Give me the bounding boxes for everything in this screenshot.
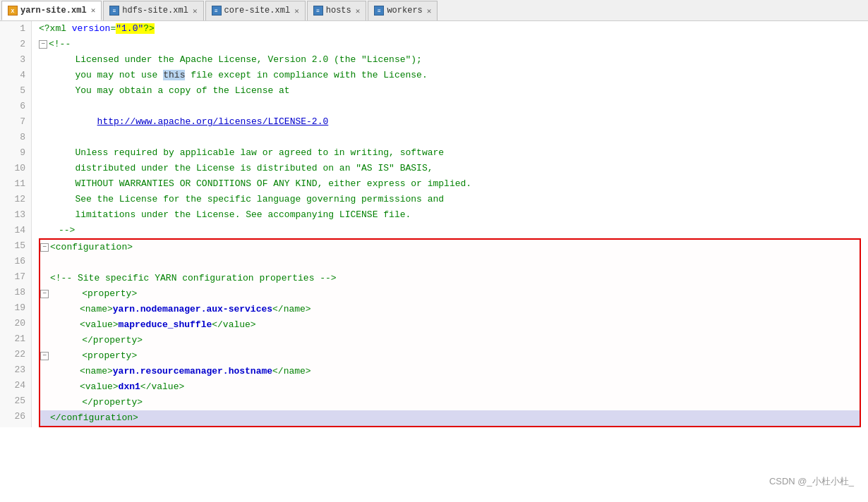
line-num-5: 5 <box>6 83 25 99</box>
line-num-23: 23 <box>6 362 25 378</box>
license-url[interactable]: http://www.apache.org/licenses/LICENSE-2… <box>97 114 329 130</box>
line-num-26: 26 <box>6 409 25 424</box>
property-close-2: </property> <box>60 395 143 410</box>
code-line-14: --> <box>39 223 861 238</box>
license-line-5: You may obtain a copy of the License at <box>59 83 290 99</box>
comment-open: <!-- <box>49 37 71 52</box>
code-line-1: <?xml version="1.0"?> <box>39 21 861 37</box>
name-value-2: yarn.resourcemanager.hostname <box>113 364 272 379</box>
line-num-6: 6 <box>6 99 25 114</box>
code-line-12: See the License for the specific languag… <box>39 192 861 207</box>
watermark: CSDN @_小杜小杜_ <box>769 475 854 488</box>
code-line-26: </configuration> <box>40 410 860 426</box>
tab-hdfs-site[interactable]: ≡ hdfs-site.xml ✕ <box>103 1 203 20</box>
license-line-11: WITHOUT WARRANTIES OR CONDITIONS OF ANY … <box>59 176 471 192</box>
property-open-2: <property> <box>60 348 137 364</box>
value-tag-close-1: </value> <box>212 317 255 333</box>
code-line-15: −<configuration> <box>40 240 860 255</box>
tab-hosts[interactable]: ≡ hosts ✕ <box>307 1 367 20</box>
tab-core-site[interactable]: ≡ core-site.xml ✕ <box>205 1 306 20</box>
line-num-1: 1 <box>6 21 25 37</box>
xml-decl-open: <?xml <box>39 21 72 37</box>
tab-label-hosts: hosts <box>326 6 351 16</box>
code-line-5: You may obtain a copy of the License at <box>39 83 861 99</box>
code-line-23: <name>yarn.resourcemanager.hostname</nam… <box>40 364 860 379</box>
line-num-21: 21 <box>6 331 25 347</box>
line-num-16: 16 <box>6 254 25 269</box>
tab-label-workers: workers <box>387 6 422 16</box>
collapse-22[interactable]: − <box>40 352 49 360</box>
config-close: </configuration> <box>50 410 138 426</box>
line-num-20: 20 <box>6 316 25 331</box>
code-line-2: −<!-- <box>39 37 861 52</box>
code-line-22: − <property> <box>40 348 860 364</box>
license-line-10: distributed under the License is distrib… <box>59 161 433 176</box>
core-site-icon: ≡ <box>212 6 222 16</box>
code-line-3: Licensed under the Apache License, Versi… <box>39 52 861 68</box>
code-line-11: WITHOUT WARRANTIES OR CONDITIONS OF ANY … <box>39 176 861 192</box>
line-num-14: 14 <box>6 223 25 238</box>
tab-label-hdfs-site: hdfs-site.xml <box>122 6 188 16</box>
tab-close-workers[interactable]: ✕ <box>427 6 432 16</box>
line-numbers: 1 2 3 4 5 6 7 8 9 10 11 12 13 14 15 16 1… <box>0 21 32 427</box>
config-open: <configuration> <box>50 240 133 255</box>
tab-close-core-site[interactable]: ✕ <box>294 6 299 16</box>
line-num-22: 22 <box>6 347 25 362</box>
tab-label-yarn-site: yarn-site.xml <box>20 6 87 16</box>
code-line-18: − <property> <box>40 286 860 302</box>
line-num-2: 2 <box>6 37 25 52</box>
code-line-6 <box>39 99 861 114</box>
code-line-16 <box>40 255 860 271</box>
name-tag-close-2: </name> <box>272 364 311 379</box>
license-line-12: See the License for the specific languag… <box>59 192 444 207</box>
line-num-10: 10 <box>6 161 25 176</box>
comment-close: --> <box>59 223 75 238</box>
license-line-9: Unless required by applicable law or agr… <box>59 145 444 161</box>
collapse-15[interactable]: − <box>40 243 49 252</box>
xml-attr-version: version <box>72 21 111 37</box>
property-open-1: <property> <box>60 286 137 302</box>
license-line-7-pre <box>59 114 97 130</box>
license-line-4: you may not use this file except in comp… <box>59 68 428 83</box>
code-line-19: <name>yarn.nodemanager.aux-services</nam… <box>40 302 860 317</box>
code-line-21: </property> <box>40 333 860 348</box>
code-line-10: distributed under the License is distrib… <box>39 161 861 176</box>
name-tag-open-1: <name> <box>80 302 113 317</box>
line-num-12: 12 <box>6 192 25 207</box>
line-num-7: 7 <box>6 114 25 130</box>
tab-close-hosts[interactable]: ✕ <box>356 6 361 16</box>
collapse-2[interactable]: − <box>39 40 47 49</box>
line-num-17: 17 <box>6 269 25 285</box>
site-comment: <!-- Site specific YARN configuration pr… <box>50 271 337 286</box>
value-tag-open-1: <value> <box>80 317 119 333</box>
highlighted-region: −<configuration> <!-- Site specific YARN… <box>39 238 861 427</box>
line-num-19: 19 <box>6 300 25 316</box>
collapse-18[interactable]: − <box>40 290 49 298</box>
tab-bar: X yarn-site.xml ✕ ≡ hdfs-site.xml ✕ ≡ co… <box>0 0 868 21</box>
line-num-15: 15 <box>6 238 25 254</box>
xml-eq: = <box>110 21 116 37</box>
license-line-13: limitations under the License. See accom… <box>59 207 411 223</box>
code-line-17: <!-- Site specific YARN configuration pr… <box>40 271 860 286</box>
line-num-8: 8 <box>6 130 25 145</box>
value-tag-open-2: <value> <box>80 379 119 395</box>
code-line-7: http://www.apache.org/licenses/LICENSE-2… <box>39 114 861 130</box>
line-num-18: 18 <box>6 285 25 300</box>
editor[interactable]: 1 2 3 4 5 6 7 8 9 10 11 12 13 14 15 16 1… <box>0 21 868 501</box>
line-num-11: 11 <box>6 176 25 192</box>
line-num-13: 13 <box>6 207 25 223</box>
tab-workers[interactable]: ≡ workers ✕ <box>368 1 438 20</box>
tab-close-yarn-site[interactable]: ✕ <box>91 6 96 15</box>
xml-decl-close: ?> <box>143 21 155 37</box>
line-num-25: 25 <box>6 393 25 409</box>
tab-close-hdfs-site[interactable]: ✕ <box>193 6 198 16</box>
line-num-24: 24 <box>6 378 25 393</box>
name-tag-open-2: <name> <box>80 364 113 379</box>
xml-val-version: "1.0" <box>116 21 143 37</box>
name-tag-close-1: </name> <box>272 302 311 317</box>
code-line-20: <value>mapreduce_shuffle</value> <box>40 317 860 333</box>
tab-yarn-site[interactable]: X yarn-site.xml ✕ <box>1 1 102 20</box>
value-content-1: mapreduce_shuffle <box>119 317 212 333</box>
hosts-icon: ≡ <box>313 6 323 16</box>
code-line-24: <value>dxn1</value> <box>40 379 860 395</box>
